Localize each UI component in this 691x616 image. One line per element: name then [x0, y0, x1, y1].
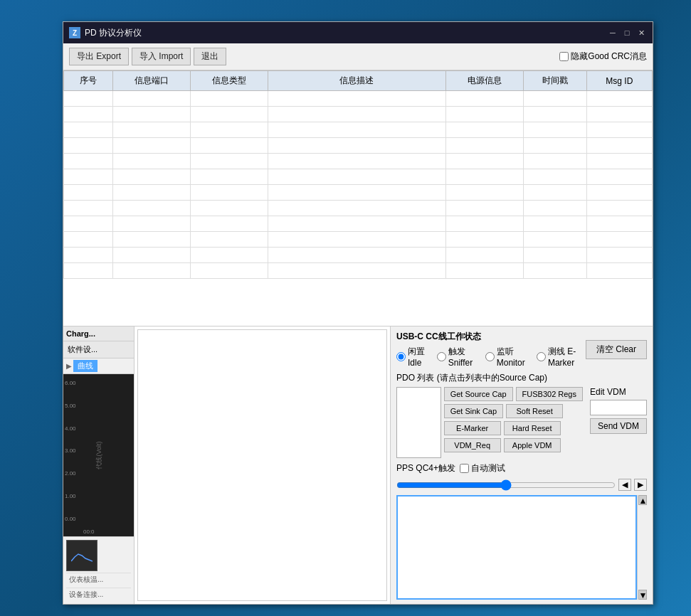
fusb302-regs-button[interactable]: FUSB302 Regs	[516, 387, 583, 401]
table-row	[64, 263, 653, 279]
x-axis-label: 00:0	[83, 529, 95, 535]
apple-vdm-button[interactable]: Apple VDM	[504, 438, 561, 452]
close-button[interactable]: ✕	[635, 27, 647, 38]
col-type: 信息类型	[190, 71, 268, 91]
device-label: 设备连接...	[66, 588, 131, 601]
get-source-cap-button[interactable]: Get Source Cap	[444, 387, 513, 401]
chart-area: 6.00 5.00 4.00 3.00 2.00 1.00 0.00 代线(Vo…	[63, 374, 134, 536]
col-power: 电源信息	[445, 71, 523, 91]
table-body	[64, 91, 653, 279]
pps-slider[interactable]	[396, 479, 616, 491]
hide-crc-checkbox[interactable]	[559, 52, 569, 61]
vdm-input-field[interactable]	[590, 400, 647, 415]
table-row	[64, 169, 653, 185]
thumbnail	[66, 540, 97, 571]
usbc-status-section: USB-C CC线工作状态 闲置 Idle 触发 Sniffer 监听 M	[396, 331, 647, 368]
minimize-button[interactable]: ─	[607, 27, 618, 38]
edit-vdm-section: Edit VDM Send VDM	[590, 387, 647, 458]
table-header-row: 序号 信息端口 信息类型 信息描述 电源信息 时间戳 Msg ID	[64, 71, 653, 91]
app-icon: Z	[69, 27, 80, 38]
toolbar-right: 隐藏Good CRC消息	[559, 51, 647, 63]
table-row	[64, 154, 653, 169]
pdo-btn-row-2: Get Sink Cap Soft Reset	[444, 404, 583, 418]
toolbar: 导出 Export 导入 Import 退出 隐藏Good CRC消息	[63, 43, 653, 70]
message-table: 序号 信息端口 信息类型 信息描述 电源信息 时间戳 Msg ID	[63, 70, 653, 279]
col-msgid: Msg ID	[586, 71, 652, 91]
col-port: 信息端口	[112, 71, 190, 91]
thumbnail-chart	[71, 548, 93, 563]
waveform-panel	[134, 326, 391, 604]
col-time: 时间戳	[523, 71, 586, 91]
pdo-btn-row-1: Get Source Cap FUSB302 Regs	[444, 387, 583, 401]
pdo-btn-row-3: E-Marker Hard Reset	[444, 421, 583, 435]
send-vdm-button[interactable]: Send VDM	[590, 418, 647, 434]
software-settings[interactable]: 软件设...	[63, 341, 134, 359]
table-row	[64, 232, 653, 248]
content-bottom: Charg... 软件设... ▶ 曲线 6.00 5.00 4.00 3.00…	[63, 326, 653, 604]
window-title: PD 协议分析仪	[85, 27, 607, 39]
window-controls: ─ □ ✕	[607, 27, 647, 38]
table-row	[64, 138, 653, 154]
pdo-section: PDO 列表 (请点击列表中的Source Cap) Get Source Ca…	[396, 372, 647, 458]
maximize-button[interactable]: □	[621, 27, 633, 38]
clear-button[interactable]: 清空 Clear	[586, 340, 647, 359]
auto-test-label[interactable]: 自动测试	[460, 462, 505, 474]
vdm-req-button[interactable]: VDM_Req	[444, 438, 501, 452]
scroll-up-arrow[interactable]: ▲	[638, 495, 647, 505]
output-area: ▲ ▼	[396, 495, 647, 600]
toolbar-left: 导出 Export 导入 Import 退出	[69, 48, 226, 65]
y-axis-label: 代线(Volt)	[94, 441, 103, 469]
curve-button[interactable]: 曲线	[73, 360, 97, 372]
table-row	[64, 107, 653, 122]
table-row	[64, 201, 653, 216]
edit-vdm-title: Edit VDM	[590, 387, 647, 397]
curve-tab[interactable]: ▶ 曲线	[63, 359, 134, 374]
export-button[interactable]: 导出 Export	[69, 48, 129, 65]
hard-reset-button[interactable]: Hard Reset	[504, 421, 561, 435]
scroll-down-arrow[interactable]: ▼	[638, 590, 647, 600]
title-bar: Z PD 协议分析仪 ─ □ ✕	[63, 22, 653, 43]
soft-reset-button[interactable]: Soft Reset	[506, 404, 563, 418]
table-row	[64, 248, 653, 263]
radio-idle[interactable]: 闲置 Idle	[396, 346, 430, 368]
table-row	[64, 185, 653, 201]
slider-left-btn[interactable]: ◀	[618, 479, 631, 491]
pdo-list[interactable]	[396, 387, 441, 458]
table-row	[64, 91, 653, 107]
usbc-left: USB-C CC线工作状态 闲置 Idle 触发 Sniffer 监听 M	[396, 331, 586, 368]
e-marker-button[interactable]: E-Marker	[444, 421, 501, 435]
pps-section: PPS QC4+触发 自动测试	[396, 462, 647, 474]
hide-crc-label[interactable]: 隐藏Good CRC消息	[559, 51, 647, 63]
pps-title: PPS QC4+触发	[396, 462, 455, 474]
waveform-area	[137, 329, 387, 601]
temp-label: 仪表核温...	[66, 573, 131, 586]
table-row	[64, 122, 653, 138]
charge-label[interactable]: Charg...	[63, 326, 134, 341]
radio-sniffer[interactable]: 触发 Sniffer	[437, 346, 478, 368]
thumbnail-section: 仪表核温... 设备连接...	[63, 536, 134, 604]
triangle-icon: ▶	[66, 362, 72, 370]
message-table-container: 序号 信息端口 信息类型 信息描述 电源信息 时间戳 Msg ID	[63, 70, 653, 326]
import-button[interactable]: 导入 Import	[132, 48, 191, 65]
pdo-and-edit: Get Source Cap FUSB302 Regs Get Sink Cap…	[396, 387, 647, 458]
pdo-btn-row-4: VDM_Req Apple VDM	[444, 438, 583, 452]
pdo-title: PDO 列表 (请点击列表中的Source Cap)	[396, 372, 647, 384]
radio-emarker[interactable]: 测线 E-Marker	[537, 346, 586, 368]
exit-button[interactable]: 退出	[194, 48, 226, 65]
col-desc: 信息描述	[268, 71, 445, 91]
left-sidebar: Charg... 软件设... ▶ 曲线 6.00 5.00 4.00 3.00…	[63, 326, 134, 604]
control-panel: USB-C CC线工作状态 闲置 Idle 触发 Sniffer 监听 M	[391, 326, 653, 604]
mode-radio-group: 闲置 Idle 触发 Sniffer 监听 Monitor 测线 E-	[396, 346, 586, 368]
radio-monitor[interactable]: 监听 Monitor	[485, 346, 529, 368]
pdo-buttons: Get Source Cap FUSB302 Regs Get Sink Cap…	[444, 387, 583, 458]
y-axis-labels: 6.00 5.00 4.00 3.00 2.00 1.00 0.00	[65, 380, 76, 522]
table-row	[64, 216, 653, 232]
output-scrollbar[interactable]: ▲ ▼	[637, 495, 647, 600]
usbc-title: USB-C CC线工作状态	[396, 331, 586, 343]
col-seq: 序号	[64, 71, 113, 91]
pps-slider-row: ◀ ▶	[396, 479, 647, 491]
auto-test-checkbox[interactable]	[460, 464, 469, 473]
get-sink-cap-button[interactable]: Get Sink Cap	[444, 404, 503, 418]
output-textarea[interactable]	[396, 495, 637, 600]
slider-right-btn[interactable]: ▶	[634, 479, 647, 491]
